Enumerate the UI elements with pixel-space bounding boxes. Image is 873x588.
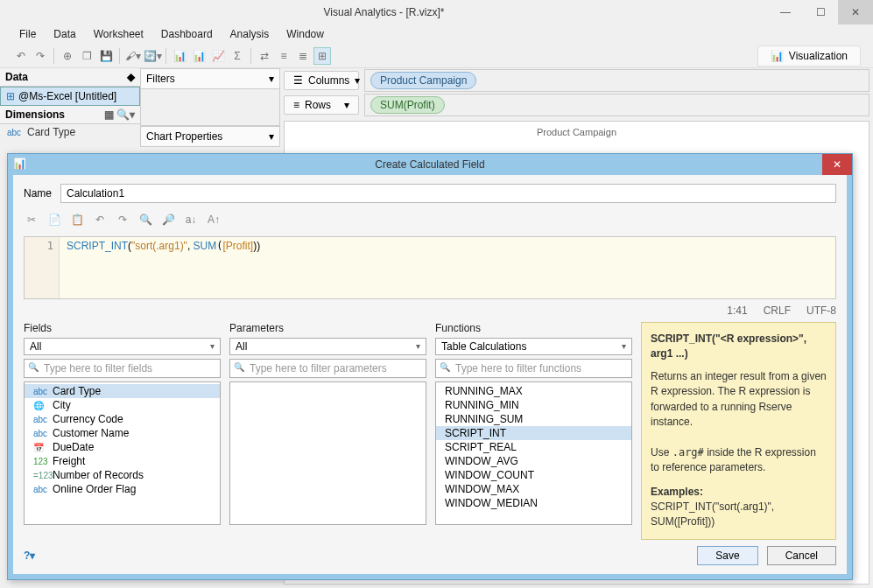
field-item[interactable]: =123Number of Records <box>25 468 220 482</box>
help-icon[interactable]: ?▾ <box>24 550 35 562</box>
menu-window[interactable]: Window <box>279 26 331 42</box>
field-item[interactable]: abcOnline Order Flag <box>25 482 220 496</box>
dialog-close-button[interactable]: ✕ <box>822 154 852 175</box>
new-sheet-icon[interactable]: ⊕ <box>59 47 76 65</box>
menu-data[interactable]: Data <box>46 26 82 42</box>
columns-shelf-body[interactable]: Product Campaign <box>364 69 869 92</box>
parameters-filter-input[interactable]: Type here to filter parameters <box>229 359 426 378</box>
font-larger-icon[interactable]: A↑ <box>206 212 222 228</box>
dropdown-icon[interactable]: ▾ <box>269 73 274 85</box>
toolbar: ↶ ↷ ⊕ ❐ 💾 🖌▾ 🔄▾ 📊 📊 📈 Σ ⇄ ≡ ≣ ⊞ 📊 Visual… <box>0 44 873 68</box>
group-icon[interactable]: 📈 <box>209 47 227 65</box>
name-input[interactable] <box>60 184 836 203</box>
field-item[interactable]: abcCurrency Code <box>25 412 220 426</box>
cut-icon[interactable]: ✂ <box>24 212 39 228</box>
chart-icon: 📊 <box>771 50 784 62</box>
dropdown-icon[interactable]: ▾ <box>355 74 360 87</box>
function-item[interactable]: WINDOW_COUNT <box>436 468 631 482</box>
close-button[interactable]: ✕ <box>838 0 873 24</box>
clear-icon[interactable]: 🖌▾ <box>124 47 142 65</box>
search-icon[interactable]: 🔍▾ <box>116 108 135 121</box>
code-editor[interactable]: 1 SCRIPT_INT("sort(.arg1)", SUM([Profit]… <box>24 236 836 299</box>
menu-worksheet[interactable]: Worksheet <box>87 26 151 42</box>
function-item[interactable]: RUNNING_MAX <box>436 384 631 398</box>
filters-body[interactable] <box>140 89 280 126</box>
function-item[interactable]: SCRIPT_REAL <box>436 440 631 454</box>
find-icon[interactable]: 🔍 <box>137 212 153 228</box>
datasource-label: @Ms-Excel [Untitled] <box>18 90 116 102</box>
functions-category-combo[interactable]: Table Calculations <box>435 338 632 355</box>
sort-asc-icon[interactable]: 📊 <box>171 47 188 65</box>
functions-filter-input[interactable]: Type here to filter functions <box>435 359 632 378</box>
fit-height-icon[interactable]: ≣ <box>294 47 312 65</box>
window-title: Visual Analytics - [R.vizx]* <box>0 6 768 18</box>
save-icon[interactable]: 💾 <box>97 47 115 65</box>
function-item[interactable]: SCRIPT_INT <box>436 426 631 440</box>
field-item[interactable]: 123Freight <box>25 454 220 468</box>
function-item[interactable]: WINDOW_MEDIAN <box>436 496 631 510</box>
filters-label: Filters <box>146 73 175 85</box>
visualization-tab[interactable]: 📊 Visualization <box>757 46 861 66</box>
dialog-title-text: Create Calculated Field <box>375 158 484 171</box>
field-item[interactable]: 🌐City <box>25 398 220 412</box>
font-smaller-icon[interactable]: a↓ <box>183 212 199 228</box>
fit-width-icon[interactable]: ≡ <box>275 47 292 65</box>
lists-row: Fields All Type here to filter fields ab… <box>24 322 836 525</box>
menu-analysis[interactable]: Analysis <box>223 26 277 42</box>
functions-label: Functions <box>435 322 632 334</box>
totals-icon[interactable]: Σ <box>229 47 246 65</box>
field-item[interactable]: abcCustomer Name <box>25 426 220 440</box>
fit-entire-icon[interactable]: ⊞ <box>313 47 331 65</box>
fields-filter-input[interactable]: Type here to filter fields <box>24 359 221 378</box>
rows-shelf-body[interactable]: SUM(Profit) <box>364 94 869 116</box>
functions-listbox[interactable]: RUNNING_MAXRUNNING_MINRUNNING_SUMSCRIPT_… <box>435 382 632 525</box>
undo-icon[interactable]: ↶ <box>12 47 30 65</box>
field-item-label: Currency Code <box>53 413 123 425</box>
refresh-icon[interactable]: 🔄▾ <box>144 47 161 65</box>
separator <box>250 48 251 64</box>
code-content[interactable]: SCRIPT_INT("sort(.arg1)", SUM([Profit])) <box>60 237 835 298</box>
menu-file[interactable]: File <box>12 26 43 42</box>
rows-pill[interactable]: SUM(Profit) <box>370 96 445 114</box>
function-item[interactable]: WINDOW_MAX <box>436 482 631 496</box>
dropdown-icon[interactable]: ▾ <box>344 99 349 111</box>
chart-properties-section[interactable]: Chart Properties ▾ <box>140 126 280 147</box>
function-item[interactable]: RUNNING_MIN <box>436 398 631 412</box>
redo-icon[interactable]: ↷ <box>32 47 49 65</box>
save-button[interactable]: Save <box>697 546 757 565</box>
duplicate-icon[interactable]: ❐ <box>78 47 95 65</box>
columns-pill[interactable]: Product Campaign <box>370 72 476 89</box>
columns-shelf-label[interactable]: ☰ Columns ▾ <box>284 71 359 90</box>
data-menu-icon[interactable]: ◆ <box>127 71 135 83</box>
swap-icon[interactable]: ⇄ <box>256 47 273 65</box>
parameters-listbox[interactable] <box>229 382 426 525</box>
undo-icon[interactable]: ↶ <box>92 212 108 228</box>
maximize-button[interactable]: ☐ <box>803 0 838 24</box>
fields-category-combo[interactable]: All <box>24 338 221 355</box>
columns-shelf: ☰ Columns ▾ Product Campaign <box>280 68 873 93</box>
copy-icon[interactable]: 📄 <box>46 212 62 228</box>
replace-icon[interactable]: 🔎 <box>160 212 176 228</box>
function-item-label: RUNNING_SUM <box>445 413 523 425</box>
datasource-item[interactable]: ⊞ @Ms-Excel [Untitled] <box>0 87 140 106</box>
dialog-body: Name ✂ 📄 📋 ↶ ↷ 🔍 🔎 a↓ A↑ 1 SCRIPT_INT("s… <box>13 175 847 574</box>
function-item[interactable]: RUNNING_SUM <box>436 412 631 426</box>
dimension-item[interactable]: abc Card Type <box>0 124 140 140</box>
cancel-button[interactable]: Cancel <box>767 546 836 565</box>
fields-listbox[interactable]: abcCard Type🌐CityabcCurrency CodeabcCust… <box>24 382 221 525</box>
sort-desc-icon[interactable]: 📊 <box>190 47 208 65</box>
redo-icon[interactable]: ↷ <box>115 212 130 228</box>
table-view-icon[interactable]: ▦ <box>104 108 114 121</box>
filters-section[interactable]: Filters ▾ <box>140 68 280 89</box>
field-item[interactable]: 📅DueDate <box>25 440 220 454</box>
parameters-category-combo[interactable]: All <box>229 338 426 355</box>
minimize-button[interactable]: — <box>768 0 803 24</box>
menu-dashboard[interactable]: Dashboard <box>154 26 220 42</box>
paste-icon[interactable]: 📋 <box>69 212 85 228</box>
field-item[interactable]: abcCard Type <box>25 384 220 398</box>
dropdown-icon[interactable]: ▾ <box>269 130 274 143</box>
function-item[interactable]: WINDOW_AVG <box>436 454 631 468</box>
parameters-column: Parameters All Type here to filter param… <box>229 322 426 525</box>
dialog-footer: ?▾ Save Cancel <box>24 541 836 565</box>
rows-shelf-label[interactable]: ≡ Rows ▾ <box>284 95 359 115</box>
